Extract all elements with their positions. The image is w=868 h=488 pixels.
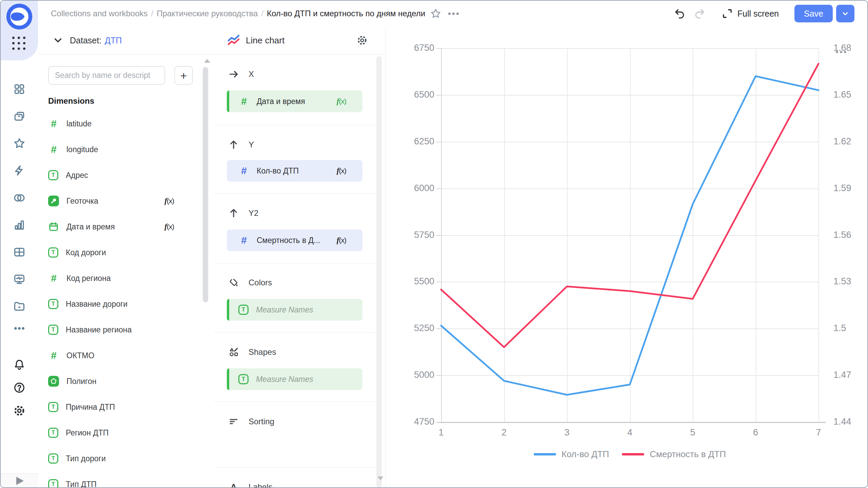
text-type-icon: T bbox=[238, 374, 249, 384]
dimension-row-Название дороги[interactable]: TНазвание дороги bbox=[38, 293, 213, 315]
shelf-x-field[interactable]: # Дата и время f(x) bbox=[227, 90, 362, 112]
shelf-y-field-label: Кол-во ДТП bbox=[257, 166, 299, 176]
dimension-row-Дата и время[interactable]: Дата и времяf(x) bbox=[38, 216, 213, 238]
legend-item-Смертность в ДТП[interactable]: Смертность в ДТП bbox=[622, 449, 726, 460]
y-right-tick-label: 1.44 bbox=[833, 416, 851, 427]
dimension-label: Название дороги bbox=[66, 300, 127, 309]
dashboards-icon[interactable] bbox=[13, 246, 26, 259]
save-button[interactable]: Save bbox=[794, 5, 833, 22]
dimension-label: ОКТМО bbox=[66, 351, 94, 360]
search-input[interactable] bbox=[48, 66, 165, 85]
notifications-icon[interactable] bbox=[13, 359, 26, 371]
storage-icon[interactable] bbox=[13, 300, 26, 313]
dimension-label: Название региона bbox=[66, 325, 132, 334]
y-right-tick-label: 1.59 bbox=[833, 183, 851, 194]
polygon-icon bbox=[48, 376, 59, 387]
x-tick-label: 2 bbox=[494, 427, 514, 438]
dimension-row-Адрес[interactable]: TАдрес bbox=[38, 164, 213, 186]
dimension-row-Код региона[interactable]: #Код региона bbox=[38, 267, 213, 289]
line-chart-icon[interactable] bbox=[227, 34, 240, 47]
dataset-name-link[interactable]: ДТП bbox=[105, 36, 122, 45]
hash-icon: # bbox=[48, 118, 59, 129]
x-tick-label: 6 bbox=[746, 427, 766, 438]
shelf-y2-field-label: Смертность в Д... bbox=[257, 236, 320, 245]
expand-panel-icon[interactable] bbox=[16, 477, 24, 485]
fullscreen-icon[interactable] bbox=[721, 7, 733, 20]
hash-icon: # bbox=[238, 165, 249, 176]
redo-icon[interactable] bbox=[693, 7, 706, 20]
dimension-row-Причина ДТП[interactable]: TПричина ДТП bbox=[38, 396, 213, 418]
x-tick-label: 7 bbox=[808, 427, 829, 438]
dimension-row-longitude[interactable]: #longitude bbox=[38, 139, 213, 160]
connections-icon[interactable] bbox=[13, 164, 26, 177]
scroll-down-icon[interactable] bbox=[377, 476, 383, 480]
text-type-icon: T bbox=[48, 402, 58, 412]
fullscreen-label[interactable]: Full screen bbox=[737, 9, 779, 19]
collections-icon[interactable] bbox=[13, 110, 26, 123]
section-x-label: X bbox=[249, 69, 254, 79]
y-axis-tick bbox=[436, 375, 441, 376]
dimension-row-Тип дороги[interactable]: TТип дороги bbox=[38, 448, 213, 469]
v-gridline bbox=[504, 48, 505, 422]
favorites-icon[interactable] bbox=[13, 137, 26, 150]
shelf-shapes-placeholder[interactable]: T Measure Names bbox=[227, 368, 362, 390]
shelf-colors-placeholder[interactable]: T Measure Names bbox=[227, 299, 362, 321]
workbooks-icon[interactable] bbox=[13, 83, 26, 96]
divider bbox=[213, 193, 386, 194]
shelf-y2-field[interactable]: # Смертность в Д... f(x) bbox=[227, 229, 362, 251]
dataset-scrollbar[interactable] bbox=[203, 67, 208, 302]
undo-icon[interactable] bbox=[674, 7, 686, 20]
datalens-logo-icon[interactable] bbox=[6, 3, 33, 30]
legend-swatch bbox=[622, 453, 644, 455]
y-right-tick-label: 1.5 bbox=[833, 323, 846, 333]
scroll-up-icon[interactable] bbox=[204, 59, 210, 63]
config-scrollbar[interactable] bbox=[376, 56, 382, 487]
x-tick-label: 5 bbox=[683, 427, 703, 438]
breadcrumb-separator: / bbox=[151, 9, 153, 18]
chart-settings-gear-icon[interactable] bbox=[356, 35, 368, 46]
shelf-y-field[interactable]: # Кол-во ДТП f(x) bbox=[227, 160, 362, 182]
breadcrumb: Collections and workbooks / Практические… bbox=[51, 9, 425, 18]
settings-icon[interactable] bbox=[13, 404, 26, 417]
breadcrumb-guides[interactable]: Практические руководства bbox=[157, 9, 258, 18]
y-axis-tick bbox=[436, 235, 441, 236]
dimension-row-Геоточка[interactable]: Геоточкаf(x) bbox=[38, 190, 213, 212]
save-dropdown-button[interactable] bbox=[836, 5, 854, 22]
charts-icon[interactable] bbox=[13, 219, 26, 231]
y-axis-line bbox=[441, 48, 442, 422]
monitoring-icon[interactable] bbox=[13, 273, 26, 286]
more-icon[interactable] bbox=[13, 322, 26, 335]
dimension-row-Название региона[interactable]: TНазвание региона bbox=[38, 319, 213, 341]
dimensions-title: Dimensions bbox=[48, 96, 94, 106]
more-menu-icon[interactable] bbox=[448, 13, 459, 15]
text-type-icon: T bbox=[48, 453, 58, 464]
dimension-row-Регион ДТП[interactable]: TРегион ДТП bbox=[38, 422, 213, 444]
y-left-tick-label: 4750 bbox=[394, 416, 434, 427]
apps-grid-icon[interactable] bbox=[12, 37, 26, 51]
chart-type-label[interactable]: Line chart bbox=[246, 35, 284, 46]
divider bbox=[213, 402, 386, 402]
section-labels: A Labels bbox=[213, 481, 386, 487]
legend-item-Кол-во ДТП[interactable]: Кол-во ДТП bbox=[534, 449, 609, 460]
add-field-button[interactable]: + bbox=[174, 66, 193, 85]
dimension-row-Код дороги[interactable]: TКод дороги bbox=[38, 242, 213, 263]
chart-preview-area: 67501.6865001.6562501.6260001.5957501.56… bbox=[386, 26, 868, 487]
text-type-icon: T bbox=[48, 325, 58, 335]
dimension-row-Полигон[interactable]: Полигон bbox=[38, 370, 213, 392]
y-right-tick-label: 1.65 bbox=[833, 89, 851, 100]
help-icon[interactable] bbox=[13, 381, 26, 394]
breadcrumb-collections[interactable]: Collections and workbooks bbox=[51, 9, 147, 18]
dimension-label: Геоточка bbox=[66, 197, 98, 206]
y-axis-tick bbox=[436, 422, 441, 423]
favorite-star-icon[interactable] bbox=[430, 8, 441, 19]
dimension-row-ОКТМО[interactable]: #ОКТМО bbox=[38, 345, 213, 366]
chart-context-menu-icon[interactable] bbox=[836, 51, 846, 53]
datalens-wizard-window: Collections and workbooks / Практические… bbox=[0, 0, 868, 488]
dimension-row-Тип ДТП[interactable]: TТип ДТП bbox=[38, 473, 213, 487]
y-left-tick-label: 5750 bbox=[394, 230, 434, 240]
legend-label: Кол-во ДТП bbox=[561, 449, 609, 460]
chevron-down-icon[interactable] bbox=[52, 35, 64, 46]
datasets-icon[interactable] bbox=[13, 191, 26, 204]
dimension-row-latitude[interactable]: #latitude bbox=[38, 113, 213, 135]
section-y: Y bbox=[213, 139, 386, 150]
